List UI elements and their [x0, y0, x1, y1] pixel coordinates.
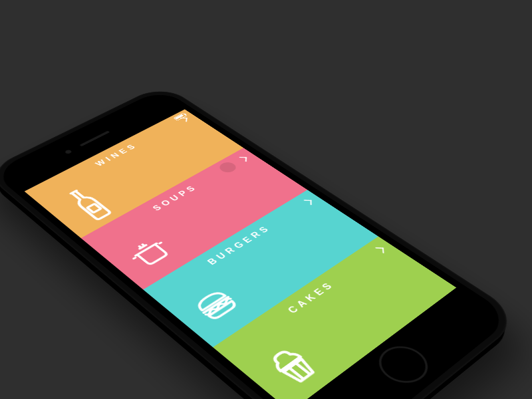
- cupcake-icon: [251, 334, 332, 396]
- svg-rect-0: [87, 203, 101, 213]
- phone-frame: WINESSOUPSBURGERSCAKES BELL 4:21 PM 100%: [0, 84, 523, 399]
- chevron-right-icon: [239, 157, 246, 162]
- chevron-right-icon: [304, 200, 312, 205]
